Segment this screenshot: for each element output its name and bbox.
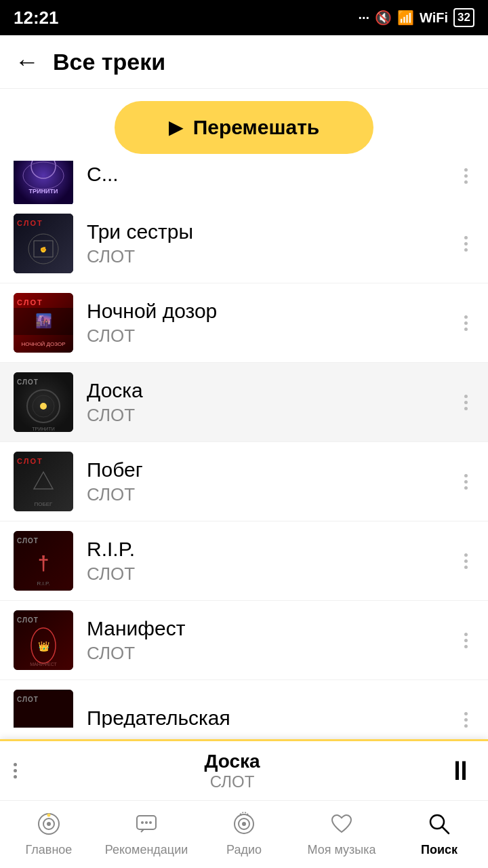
album-art: СЛОТ ✊	[14, 214, 73, 273]
track-name: Предательская	[87, 707, 458, 728]
svg-text:СЛОТ: СЛОТ	[17, 378, 39, 386]
page-header: ← Все треки	[0, 35, 488, 89]
time: 12:21	[14, 7, 59, 28]
svg-point-40	[145, 821, 148, 824]
track-list: ТРИНИТИ С... СЛОТ	[0, 161, 488, 728]
track-menu-button[interactable]	[458, 705, 474, 728]
heart-icon	[329, 812, 354, 836]
track-menu-button[interactable]	[458, 547, 474, 576]
status-bar: 12:21 ··· 🔇 📶 WiFi 32	[0, 0, 488, 35]
track-menu-button[interactable]	[458, 388, 474, 417]
home-icon-wrapper	[37, 812, 61, 839]
album-art: СЛОТ	[14, 690, 73, 728]
track-info: Три сестры СЛОТ	[87, 220, 458, 267]
svg-point-36	[47, 822, 51, 826]
album-art: СЛОТ 👑 МАНИФЕСТ	[14, 610, 73, 670]
battery-indicator: 32	[453, 8, 474, 27]
track-item[interactable]: СЛОТ † R.I.P. R.I.P. СЛОТ	[0, 521, 488, 601]
signal-dots-icon: ···	[358, 10, 369, 26]
track-name: R.I.P.	[87, 538, 458, 561]
now-playing-artist: СЛОТ	[30, 772, 434, 791]
track-name: Ночной дозор	[87, 300, 458, 323]
svg-point-37	[47, 814, 51, 817]
mymusic-icon-wrapper	[329, 812, 354, 839]
svg-point-18	[40, 403, 47, 410]
disc-icon	[37, 812, 61, 836]
svg-text:МАНИФЕСТ: МАНИФЕСТ	[30, 662, 57, 667]
shuffle-button[interactable]: ▶ Перемешать	[115, 101, 374, 154]
radio-icon-wrapper	[232, 812, 256, 839]
track-menu-button[interactable]	[458, 161, 474, 191]
nav-item-home[interactable]: Главное	[0, 812, 98, 857]
svg-text:НОЧНОЙ ДОЗОР: НОЧНОЙ ДОЗОР	[21, 341, 65, 347]
svg-text:СЛОТ: СЛОТ	[17, 457, 43, 465]
recommendations-icon-wrapper	[134, 812, 159, 839]
now-playing-info: Доска СЛОТ	[30, 751, 434, 791]
shuffle-container: ▶ Перемешать	[0, 89, 488, 161]
search-icon-wrapper	[427, 812, 451, 839]
page-title: Все треки	[53, 49, 165, 75]
track-item[interactable]: СЛОТ 🌆 НОЧНОЙ ДОЗОР Ночной дозор СЛОТ	[0, 283, 488, 363]
svg-text:СЛОТ: СЛОТ	[17, 219, 43, 227]
svg-text:СЛОТ: СЛОТ	[17, 537, 39, 545]
bottom-navigation: Главное Рекомендации Радио	[0, 800, 488, 868]
pause-button[interactable]: ⏸	[447, 755, 474, 786]
svg-text:СЛОТ: СЛОТ	[17, 616, 39, 624]
track-name: С...	[87, 163, 458, 186]
search-icon	[427, 812, 451, 836]
track-info: Доска СЛОТ	[87, 379, 458, 426]
svg-text:✊: ✊	[40, 246, 47, 253]
nav-item-recommendations[interactable]: Рекомендации	[98, 812, 195, 857]
wifi-icon: WiFi	[420, 10, 448, 26]
track-info: R.I.P. СЛОТ	[87, 538, 458, 585]
track-menu-button[interactable]	[458, 467, 474, 496]
track-item-partial-bottom: СЛОТ Предательская	[0, 680, 488, 728]
album-art: СЛОТ † R.I.P.	[14, 531, 73, 591]
track-info: Побег СЛОТ	[87, 458, 458, 505]
track-item-partial-top: ТРИНИТИ С...	[0, 161, 488, 204]
track-info: С...	[87, 163, 458, 189]
track-item[interactable]: СЛОТ ✊ Три сестры СЛОТ	[0, 204, 488, 283]
svg-text:ТРИНИТИ: ТРИНИТИ	[29, 188, 58, 195]
track-menu-button[interactable]	[458, 626, 474, 655]
svg-rect-0	[14, 161, 73, 204]
nav-item-search[interactable]: Поиск	[390, 812, 488, 857]
status-icons: ··· 🔇 📶 WiFi 32	[358, 8, 474, 27]
album-art: СЛОТ ПОБЕГ	[14, 452, 73, 511]
track-item-active[interactable]: СЛОТ ТРИНИТИ Доска СЛОТ	[0, 363, 488, 442]
now-playing-menu[interactable]	[14, 763, 17, 778]
nav-label-radio: Радио	[226, 843, 262, 857]
nav-item-radio[interactable]: Радио	[195, 812, 293, 857]
chat-icon	[134, 812, 159, 836]
track-artist: СЛОТ	[87, 564, 458, 585]
track-menu-button[interactable]	[458, 309, 474, 338]
track-name: Доска	[87, 379, 458, 402]
track-info: Предательская	[87, 707, 458, 728]
signal-icon: 📶	[397, 9, 414, 26]
nav-label-mymusic: Моя музыка	[307, 843, 375, 857]
track-artist: СЛОТ	[87, 326, 458, 347]
svg-text:🌆: 🌆	[35, 313, 52, 329]
nav-label-search: Поиск	[421, 843, 458, 857]
svg-line-46	[442, 827, 449, 833]
now-playing-title: Доска	[30, 751, 434, 772]
track-artist: СЛОТ	[87, 405, 458, 426]
back-button[interactable]: ←	[15, 47, 39, 76]
radio-icon	[232, 812, 256, 836]
nav-item-mymusic[interactable]: Моя музыка	[293, 812, 390, 857]
shuffle-label: Перемешать	[193, 116, 320, 139]
track-menu-button[interactable]	[458, 229, 474, 258]
track-info: Манифест СЛОТ	[87, 617, 458, 664]
svg-text:👑: 👑	[38, 641, 50, 652]
track-name: Побег	[87, 458, 458, 481]
svg-text:СЛОТ: СЛОТ	[17, 298, 43, 307]
svg-point-39	[141, 821, 144, 824]
svg-point-41	[149, 821, 152, 824]
svg-point-44	[242, 822, 246, 826]
track-artist: СЛОТ	[87, 484, 458, 505]
track-item[interactable]: СЛОТ 👑 МАНИФЕСТ Манифест СЛОТ	[0, 601, 488, 680]
svg-text:R.I.P.: R.I.P.	[37, 580, 50, 587]
album-art: ТРИНИТИ	[14, 161, 73, 204]
track-name: Манифест	[87, 617, 458, 640]
track-item[interactable]: СЛОТ ПОБЕГ Побег СЛОТ	[0, 442, 488, 521]
